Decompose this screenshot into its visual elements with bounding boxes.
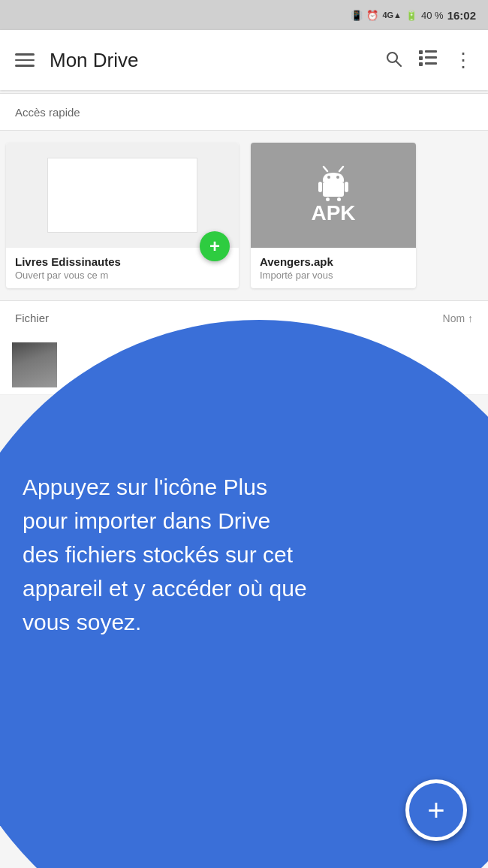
svg-line-9 — [339, 167, 343, 171]
file-thumbnail-0 — [12, 342, 57, 387]
card-info-1: Avengers.apk Importé par vous — [251, 248, 416, 288]
battery-percent: 40 % — [421, 10, 444, 21]
android-icon — [315, 165, 351, 201]
svg-rect-12 — [323, 182, 344, 197]
svg-rect-4 — [419, 56, 423, 60]
tooltip-text: Appuyez sur l'icône Plus pour importer d… — [23, 470, 307, 639]
card-sub-0: Ouvert par vous ce m — [15, 270, 230, 281]
card-thumbnail-0 — [6, 143, 239, 248]
svg-point-10 — [327, 176, 330, 179]
vibrate-icon: 📳 — [351, 10, 363, 21]
signal-icon: 4G▲ — [382, 11, 402, 20]
more-options-button[interactable]: ⋮ — [453, 50, 473, 70]
svg-point-11 — [336, 176, 339, 179]
svg-line-8 — [324, 167, 327, 171]
file-thumb-img-0 — [12, 342, 57, 387]
files-label: Fichier — [15, 312, 443, 324]
svg-rect-6 — [419, 62, 423, 66]
status-bar: 📳 ⏰ 4G▲ 🔋 40 % 16:02 — [0, 0, 488, 30]
menu-button[interactable] — [15, 53, 35, 67]
svg-rect-14 — [345, 182, 348, 192]
card-name-0: Livres Edissinautes — [15, 255, 230, 268]
quick-access-card-1[interactable]: APK Avengers.apk Importé par vous — [251, 143, 416, 288]
app-bar-actions: ⋮ — [384, 50, 473, 71]
content-area: Accès rapide + Livres Edissinautes Ouver… — [0, 90, 488, 868]
alarm-icon: ⏰ — [366, 10, 378, 21]
files-section-header: Fichier Nom ↑ — [0, 300, 488, 335]
status-icons: 📳 ⏰ 4G▲ 🔋 40 % 16:02 — [351, 9, 476, 22]
svg-rect-3 — [425, 50, 437, 53]
card-sub-1: Importé par vous — [260, 270, 407, 281]
app-bar: Mon Drive ⋮ — [0, 30, 488, 90]
svg-rect-7 — [425, 62, 437, 65]
battery-icon: 🔋 — [405, 10, 417, 21]
quick-access-header: Accès rapide — [0, 93, 488, 131]
card-thumb-inner-0 — [47, 158, 197, 233]
file-row-0[interactable] — [0, 335, 488, 395]
card-thumbnail-1: APK — [251, 143, 416, 248]
menu-line-3 — [15, 65, 35, 67]
card-add-button-0[interactable]: + — [200, 231, 230, 261]
apk-label: APK — [311, 201, 355, 225]
menu-line-1 — [15, 53, 35, 56]
list-view-button[interactable] — [419, 50, 437, 70]
search-button[interactable] — [384, 50, 402, 71]
fab-icon: + — [427, 794, 444, 827]
menu-line-2 — [15, 59, 35, 62]
clock: 16:02 — [447, 9, 476, 22]
card-name-1: Avengers.apk — [260, 255, 407, 268]
quick-access-card-0[interactable]: + Livres Edissinautes Ouvert par vous ce… — [6, 143, 239, 288]
sort-label: Nom ↑ — [443, 312, 473, 324]
tooltip-bubble: Appuyez sur l'icône Plus pour importer d… — [0, 320, 488, 868]
quick-access-label: Accès rapide — [15, 106, 80, 119]
quick-access-row: + Livres Edissinautes Ouvert par vous ce… — [0, 131, 488, 300]
svg-rect-5 — [425, 56, 437, 59]
svg-line-1 — [396, 62, 402, 67]
svg-rect-13 — [318, 182, 322, 192]
svg-rect-2 — [419, 50, 423, 54]
page-title: Mon Drive — [50, 49, 384, 72]
fab-button[interactable]: + — [405, 779, 467, 841]
